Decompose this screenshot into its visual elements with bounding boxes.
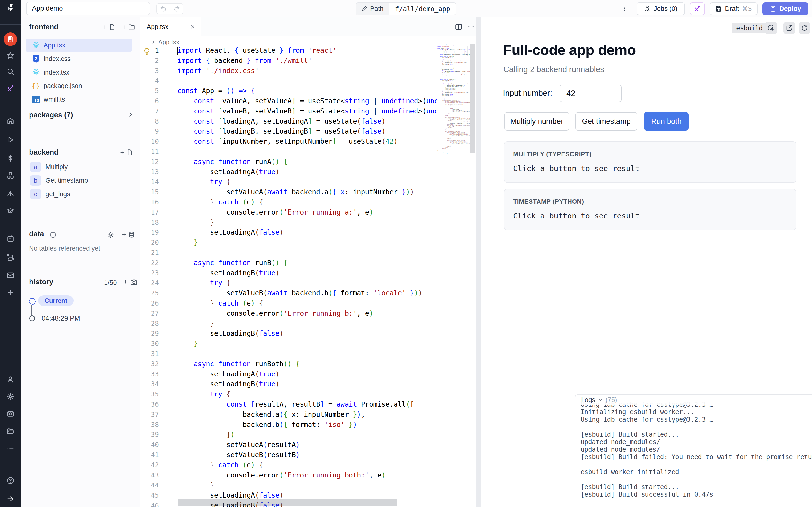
info-icon[interactable] [49,231,57,238]
runs-icon[interactable] [5,134,16,145]
code-line: import { backend } from './wmill' [177,56,312,66]
multiply-number-button[interactable]: Multiply number [504,112,569,131]
pane-resize-divider[interactable] [476,17,481,507]
deploy-button[interactable]: Deploy [762,2,808,15]
chevron-right-icon[interactable] [127,111,134,118]
code-line: async function runA() { [177,157,287,167]
runnable-letter-badge: a [30,162,41,172]
code-line: } [177,480,214,490]
horizontal-scrollbar[interactable] [178,499,397,506]
path-edit-button[interactable]: Path [356,3,389,14]
schedules-icon[interactable] [5,189,16,199]
search-icon[interactable] [5,66,16,77]
help-icon[interactable] [5,475,16,486]
ai-assistant-button[interactable] [690,2,705,15]
code-line: backend.a({ x: inputNumber }), [177,409,365,420]
undo-icon[interactable] [157,4,170,14]
history-entry-time[interactable]: 04:48:29 PM [42,315,80,322]
magic-wand-icon [694,5,701,12]
inspect-select-icon[interactable] [765,22,777,34]
redo-icon[interactable] [170,4,183,14]
sidebar-file-wmill-ts[interactable]: TSwmill.ts [25,93,132,106]
line-number: 46 [141,501,159,507]
open-external-icon[interactable] [783,22,795,34]
code-content[interactable]: import React, { useState } from 'react'i… [177,17,437,507]
expand-rail-icon[interactable] [5,494,16,504]
runnable-name: Multiply [46,163,68,171]
sidebar-file-package-json[interactable]: {}package.json [25,79,132,93]
calendar-icon[interactable] [5,233,16,244]
audit-logs-icon[interactable] [5,444,16,454]
line-number: 41 [141,450,159,460]
path-value[interactable]: f/all/demo_app [389,3,456,14]
line-number: 30 [141,339,159,349]
code-line: const [loadingA, setLoadingA] = useState… [177,116,386,126]
code-line: setLoadingB(true) [177,379,279,389]
editor-more-icon[interactable] [467,22,475,32]
line-number: 2 [141,56,159,66]
backend-runnable-a[interactable]: aMultiply [25,161,132,173]
data-section-title: data [29,230,44,238]
code-line: setLoadingA(true) [177,369,279,379]
settings-gear-icon[interactable] [5,391,16,402]
favorites-icon[interactable] [5,50,16,61]
split-editor-icon[interactable] [453,22,464,32]
line-number: 7 [141,106,159,116]
input-number-field[interactable] [559,84,621,102]
add-folder-icon[interactable] [121,24,135,31]
code-line [177,147,181,157]
refresh-icon[interactable] [799,22,810,34]
add-icon[interactable] [5,287,16,298]
workspace-button[interactable] [4,33,17,46]
code-line: ]) [177,430,234,440]
workers-icon[interactable] [5,408,16,419]
user-icon[interactable] [5,374,16,385]
windmill-logo-icon[interactable] [5,3,16,13]
left-nav-rail [0,0,21,507]
variables-icon[interactable] [5,153,16,164]
logs-header[interactable]: Logs (75) [575,395,812,405]
app-title-input[interactable] [26,2,150,15]
undo-redo-group [156,3,183,14]
line-number: 9 [141,126,159,136]
packages-section[interactable]: packages (7) [29,111,73,119]
jobs-button[interactable]: Jobs (0) [637,2,685,15]
code-line: async function runB() { [177,258,287,268]
home-icon[interactable] [5,116,16,126]
history-add-icon[interactable] [122,279,129,285]
get-timestamp-button[interactable]: Get timestamp [575,112,637,131]
sidebar-file-index-tsx[interactable]: index.tsx [25,66,132,79]
snapshot-camera-icon[interactable] [130,279,138,286]
ai-wand-icon[interactable] [5,83,16,94]
path-control[interactable]: Path f/all/demo_app [356,2,456,15]
run-both-button[interactable]: Run both [644,112,689,131]
add-backend-file-icon[interactable] [119,149,133,156]
history-current-badge[interactable]: Current [38,295,73,306]
add-table-icon[interactable] [121,231,135,238]
more-menu-icon[interactable] [621,4,628,14]
minimap[interactable]: import React, { useState } from 'react'i… [437,44,470,160]
data-settings-gear-icon[interactable] [107,231,114,238]
vertical-scrollbar[interactable] [470,44,475,153]
folders-icon[interactable] [5,426,16,437]
resources-icon[interactable] [5,170,16,181]
data-empty-text: No tables referenced yet [29,245,100,252]
sidebar-file-app-tsx[interactable]: App.tsx [25,39,132,52]
draft-button[interactable]: Draft ⌘S [710,2,758,15]
sidebar-file-index-css[interactable]: 3index.css [25,52,132,65]
mail-icon[interactable] [5,270,16,281]
code-line: const App = () => { [177,86,255,96]
add-file-icon[interactable] [102,24,116,31]
routes-icon[interactable] [5,252,16,263]
line-number: 22 [141,258,159,268]
backend-runnable-b[interactable]: bGet timestamp [25,174,132,187]
result-card-body: Click a button to see result [513,164,640,173]
backend-runnable-c[interactable]: cget_logs [25,188,132,200]
history-timeline [32,305,32,316]
draft-shortcut: ⌘S [742,5,752,12]
app-subtitle: Calling 2 backend runnables [503,65,604,74]
bundler-badge: esbuild [732,23,767,34]
result-card-header: MULTIPLY (TYPESCRIPT) [513,151,592,158]
line-number: 17 [141,207,159,218]
tutorials-icon[interactable] [5,205,16,216]
